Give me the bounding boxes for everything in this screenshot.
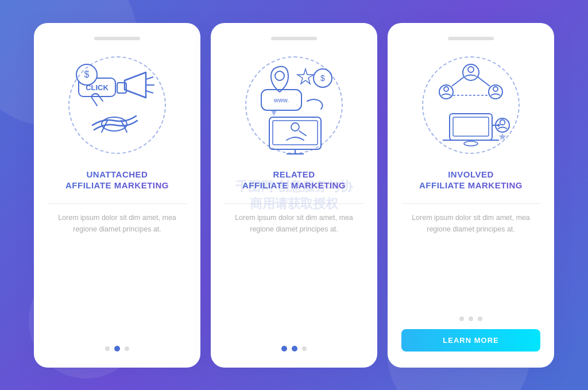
- dashed-circle-2: [245, 56, 343, 154]
- dot-2-2: [292, 346, 297, 352]
- learn-more-button[interactable]: LEARN MORE: [401, 329, 540, 352]
- card-notch-3: [448, 37, 494, 40]
- card-2-illustration: $ www.: [239, 51, 349, 160]
- card-1-divider: [48, 203, 187, 204]
- card-1-title: UNATTACHEDAFFILIATE MARKETING: [65, 169, 169, 194]
- dot-3-2: [469, 316, 473, 321]
- card-involved: INVOLVEDAFFILIATE MARKETING Lorem ipsum …: [388, 23, 554, 368]
- card-3-divider: [401, 203, 540, 204]
- dot-1-1: [105, 346, 110, 351]
- dot-3-3: [478, 316, 482, 321]
- cards-container: CLICK $ UNATTACHEDAFFIL: [34, 23, 554, 368]
- card-2-title: RELATEDAFFILIATE MARKETING: [242, 169, 346, 194]
- card-3-text: Lorem ipsum dolor sit dim amet, mea regi…: [401, 212, 540, 307]
- card-related: $ www. RELATEDAFFILIATE MARKETIN: [211, 23, 377, 368]
- card-1-illustration: CLICK $: [63, 51, 172, 160]
- card-3-illustration: [416, 51, 525, 160]
- dashed-circle-1: [68, 56, 166, 154]
- dot-1-3: [125, 346, 129, 351]
- card-1-text: Lorem ipsum dolor sit dim amet, mea regi…: [48, 212, 187, 337]
- dot-1-2: [114, 346, 120, 352]
- dashed-circle-3: [422, 56, 520, 154]
- card-3-title: INVOLVEDAFFILIATE MARKETING: [419, 169, 523, 194]
- card-2-dots: [281, 346, 307, 352]
- card-3-dots: [459, 316, 482, 321]
- card-notch-2: [271, 37, 317, 40]
- card-1-dots: [105, 346, 129, 352]
- card-notch-1: [94, 37, 140, 40]
- card-2-divider: [225, 203, 363, 204]
- dot-2-3: [302, 346, 307, 351]
- card-unattached: CLICK $ UNATTACHEDAFFIL: [34, 23, 200, 368]
- dot-3-1: [459, 316, 464, 321]
- dot-2-1: [281, 346, 287, 352]
- card-2-text: Lorem ipsum dolor sit dim amet, mea regi…: [225, 212, 363, 337]
